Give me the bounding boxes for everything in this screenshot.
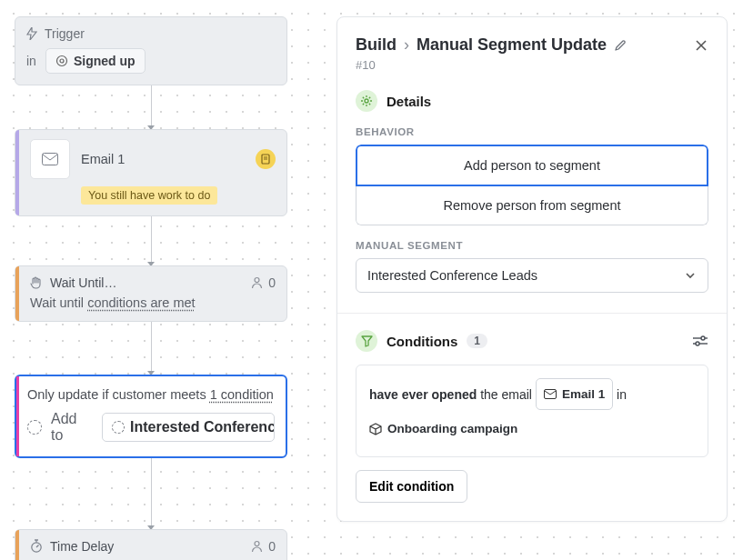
wait-title: Wait Until… [50,275,116,290]
svg-line-8 [36,545,39,548]
segment-icon-dashed [27,420,42,435]
svg-point-1 [60,59,64,63]
target-icon [55,55,68,67]
draft-badge-icon [256,149,276,169]
panel-id: #10 [356,58,708,72]
seg-line1-link[interactable]: 1 condition [210,387,274,402]
condition-card: have ever opened the email Email 1 in On… [356,365,708,457]
mail-icon [30,139,70,179]
manual-segment-label: MANUAL SEGMENT [356,240,708,251]
wait-sub-link[interactable]: conditions are met [87,295,195,310]
cond-text-2: the email [477,387,536,402]
hand-icon [30,275,43,290]
svg-point-18 [696,342,699,345]
filter-icon [356,330,377,352]
mail-icon [544,389,557,399]
delay-count: 0 [268,539,276,554]
breadcrumb-current: Manual Segment Update [417,35,607,55]
connector [15,458,287,529]
svg-point-14 [365,99,368,103]
segment-select[interactable]: Interested Conference Leads [356,258,708,293]
stopwatch-icon [30,539,43,554]
segment-update-node[interactable]: Only update if customer meets 1 conditio… [15,375,287,458]
trigger-node[interactable]: Trigger in Signed up [15,16,287,85]
cond-campaign-chip[interactable]: Onboarding campaign [369,414,525,444]
connector [15,322,287,375]
seg-line1-prefix: Only update if customer meets [27,387,210,402]
conditions-heading: Conditions [387,334,457,349]
svg-point-6 [255,278,259,283]
trigger-prefix: in [26,54,36,68]
segment-chip[interactable]: Interested Conferenc… [102,413,275,442]
bolt-icon [26,27,37,40]
person-icon [251,540,263,553]
svg-point-16 [701,336,705,340]
behavior-add-button[interactable]: Add person to segment [356,145,708,186]
trigger-event-label: Signed up [74,54,136,68]
sliders-icon[interactable] [692,335,708,347]
segment-select-value: Interested Conference Leads [367,268,537,283]
cond-email-chip-label: Email 1 [562,382,605,406]
svg-point-11 [255,542,259,546]
cube-icon [369,423,382,435]
person-icon [251,276,263,289]
wait-node[interactable]: Wait Until… 0 Wait until conditions are … [15,265,287,322]
side-panel: Build › Manual Segment Update #10 Detail… [336,16,728,522]
chevron-down-icon [684,271,697,280]
svg-rect-2 [43,154,58,165]
segment-chip-label: Interested Conferenc… [130,419,275,435]
divider [337,313,727,314]
close-icon[interactable] [694,38,708,53]
wait-sub-prefix: Wait until [30,295,87,310]
trigger-event-chip[interactable]: Signed up [45,48,146,74]
connector [15,216,287,265]
connector [15,85,287,129]
behavior-toggle-group: Add person to segment Remove person from… [356,145,708,225]
cond-campaign-chip-label: Onboarding campaign [387,416,517,441]
gear-icon [356,90,377,112]
email-title: Email 1 [81,152,245,166]
edit-title-icon[interactable] [614,38,628,52]
cond-text-3: in [617,387,627,402]
svg-point-0 [56,56,66,66]
behavior-label: BEHAVIOR [356,126,708,137]
conditions-count: 1 [467,334,487,348]
delay-node[interactable]: Time Delay 0 Wait 0 days [15,529,287,560]
chevron-right-icon: › [404,35,409,55]
email-node[interactable]: Email 1 You still have work to do [15,129,287,216]
cond-email-chip[interactable]: Email 1 [536,378,613,410]
add-to-label: Add to [51,411,93,444]
wait-count: 0 [268,275,276,290]
trigger-label: Trigger [45,26,85,41]
email-subtitle-tag: You still have work to do [81,186,217,205]
segment-icon-dashed [112,421,125,434]
edit-condition-button[interactable]: Edit condition [356,470,467,503]
behavior-remove-button[interactable]: Remove person from segment [356,186,708,225]
details-heading: Details [387,94,431,109]
cond-text-bold: have ever opened [369,387,477,402]
breadcrumb-root[interactable]: Build [356,35,397,55]
delay-title: Time Delay [50,539,114,554]
